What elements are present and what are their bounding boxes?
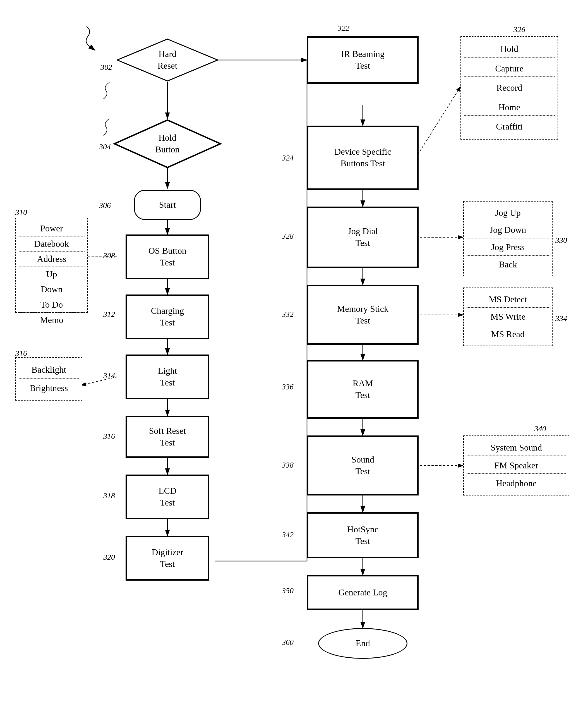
hold-item-hold: Hold bbox=[464, 41, 555, 58]
node-soft-reset-test-label: Soft ResetTest bbox=[149, 425, 186, 448]
sound-item-system: System Sound bbox=[467, 439, 566, 456]
ref-336: 336 bbox=[282, 383, 294, 391]
ref-314: 314 bbox=[103, 371, 115, 380]
jog-item-press: Jog Press bbox=[467, 239, 549, 256]
node-memory-stick-test-label: Memory StickTest bbox=[337, 303, 389, 326]
ref-328: 328 bbox=[282, 232, 294, 241]
node-hotsync-test-label: HotSyncTest bbox=[347, 524, 378, 547]
ref-312: 312 bbox=[103, 310, 115, 319]
node-digitizer-test: DigitizerTest bbox=[126, 536, 209, 581]
node-ram-test-label: RAMTest bbox=[353, 378, 373, 401]
jog-item-up: Jog Up bbox=[467, 205, 549, 221]
node-lcd-test-label: LCDTest bbox=[159, 485, 176, 508]
ref-350: 350 bbox=[282, 586, 294, 595]
brightness-item: Brightness bbox=[19, 379, 79, 397]
ref-306: 306 bbox=[99, 201, 111, 210]
node-end-label: End bbox=[356, 638, 370, 649]
ref-332: 332 bbox=[282, 310, 294, 319]
ref-302: 302 bbox=[101, 63, 112, 72]
node-hard-reset-label: HardReset bbox=[158, 48, 177, 71]
node-generate-log-label: Generate Log bbox=[338, 587, 387, 598]
ref-338: 338 bbox=[282, 461, 294, 470]
node-jog-dial-test: Jog DialTest bbox=[307, 207, 419, 268]
hold-item-home: Home bbox=[464, 99, 555, 116]
diagram-container: HardReset 302 HoldButton 304 Start 306 O… bbox=[0, 0, 588, 704]
jog-item-down: Jog Down bbox=[467, 222, 549, 238]
os-btn-up: Up bbox=[19, 267, 84, 282]
os-btn-down: Down bbox=[19, 282, 84, 297]
os-btn-address: Address bbox=[19, 251, 84, 267]
node-charging-test-label: ChargingTest bbox=[151, 305, 184, 328]
ms-item-write: MS Write bbox=[467, 309, 549, 325]
ref-304: 304 bbox=[99, 142, 111, 151]
node-os-buttons-list: Power Datebook Address Up Down To Do Mem… bbox=[15, 218, 88, 313]
hold-item-record: Record bbox=[464, 80, 555, 96]
node-os-button-test: OS ButtonTest bbox=[126, 234, 209, 279]
node-ir-beaming-test-label: IR BeamingTest bbox=[341, 48, 385, 71]
ref-308: 308 bbox=[103, 251, 115, 260]
ms-item-detect: MS Detect bbox=[467, 291, 549, 308]
node-jog-list: Jog Up Jog Down Jog Press Back bbox=[463, 201, 552, 276]
ref-322: 322 bbox=[338, 24, 349, 33]
node-hold-button-label: HoldButton bbox=[155, 132, 179, 155]
ref-330: 330 bbox=[555, 236, 567, 245]
node-soft-reset-test: Soft ResetTest bbox=[126, 416, 209, 458]
svg-line-23 bbox=[416, 86, 461, 158]
node-start: Start bbox=[134, 190, 201, 220]
node-digitizer-test-label: DigitizerTest bbox=[152, 546, 183, 570]
os-btn-datebook: Datebook bbox=[19, 236, 84, 252]
ref-324: 324 bbox=[282, 154, 294, 163]
node-sound-list: System Sound FM Speaker Headphone bbox=[463, 435, 569, 495]
ref-326: 326 bbox=[514, 25, 525, 34]
node-sound-test-label: SoundTest bbox=[351, 454, 374, 477]
node-light-test-label: LightTest bbox=[158, 365, 177, 388]
node-charging-test: ChargingTest bbox=[126, 294, 209, 339]
hold-item-capture: Capture bbox=[464, 61, 555, 77]
node-ram-test: RAMTest bbox=[307, 360, 419, 419]
node-jog-dial-test-label: Jog DialTest bbox=[348, 226, 378, 249]
node-generate-log: Generate Log bbox=[307, 575, 419, 610]
ms-item-read: MS Read bbox=[467, 326, 549, 343]
node-device-specific-test-label: Device SpecificButtons Test bbox=[334, 146, 391, 169]
ref-318: 318 bbox=[103, 491, 115, 500]
ref-320: 320 bbox=[103, 553, 115, 562]
node-sound-test: SoundTest bbox=[307, 435, 419, 495]
hold-item-graffiti: Graffiti bbox=[464, 119, 555, 135]
node-hotsync-test: HotSyncTest bbox=[307, 512, 419, 558]
node-ir-beaming-test: IR BeamingTest bbox=[307, 36, 419, 84]
node-hard-reset: HardReset bbox=[134, 39, 201, 81]
ref-360: 360 bbox=[282, 638, 294, 647]
node-start-label: Start bbox=[159, 199, 176, 211]
ref-316-soft: 316 bbox=[103, 432, 115, 441]
os-btn-memo: Memo bbox=[19, 313, 84, 328]
node-memory-stick-test: Memory StickTest bbox=[307, 285, 419, 345]
sound-item-headphone: Headphone bbox=[467, 475, 566, 491]
backlight-item: Backlight bbox=[19, 361, 79, 379]
ref-340: 340 bbox=[534, 424, 546, 433]
sound-item-fm: FM Speaker bbox=[467, 458, 566, 474]
node-hold-list: Hold Capture Record Home Graffiti bbox=[461, 36, 558, 139]
os-btn-todo: To Do bbox=[19, 297, 84, 313]
ref-334: 334 bbox=[555, 314, 567, 323]
os-btn-power: Power bbox=[19, 221, 84, 236]
jog-item-back: Back bbox=[467, 256, 549, 273]
node-os-button-test-label: OS ButtonTest bbox=[149, 245, 186, 268]
node-backlight-list: Backlight Brightness bbox=[15, 357, 82, 401]
node-ms-list: MS Detect MS Write MS Read bbox=[463, 288, 552, 346]
ref-316-backlight: 316 bbox=[15, 349, 27, 358]
node-light-test: LightTest bbox=[126, 354, 209, 399]
ref-342: 342 bbox=[282, 530, 294, 539]
node-hold-button: HoldButton bbox=[134, 120, 201, 168]
node-device-specific-test: Device SpecificButtons Test bbox=[307, 126, 419, 190]
node-end: End bbox=[318, 628, 407, 659]
ref-310: 310 bbox=[15, 208, 27, 217]
node-lcd-test: LCDTest bbox=[126, 475, 209, 519]
